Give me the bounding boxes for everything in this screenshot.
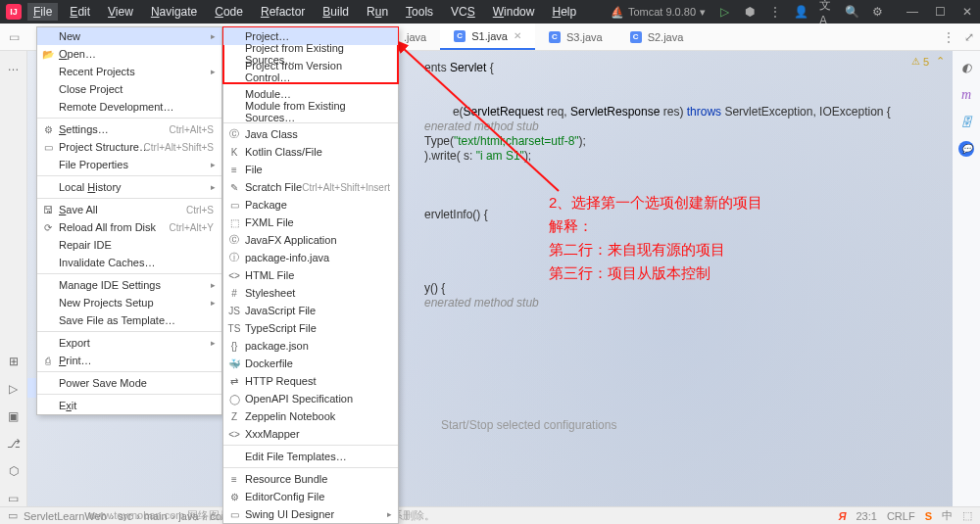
bookmarks-icon[interactable]: …: [6, 59, 22, 74]
menu-file[interactable]: File: [27, 3, 58, 21]
menu-tools[interactable]: Tools: [400, 3, 439, 21]
close-tab-icon[interactable]: ✕: [514, 30, 521, 41]
status-icon[interactable]: ▭: [8, 509, 18, 522]
menu-help[interactable]: Help: [546, 3, 582, 21]
new-item-swing-ui-designer[interactable]: ▭Swing UI Designer▸: [223, 505, 398, 523]
new-item-editorconfig-file[interactable]: ⚙EditorConfig File: [223, 488, 398, 505]
menu-item-repair-ide[interactable]: Repair IDE: [37, 236, 221, 254]
menu-item-invalidate-caches-[interactable]: Invalidate Caches…: [37, 254, 221, 271]
new-item-typescript-file[interactable]: TSTypeScript File: [223, 319, 398, 337]
menu-item-exit[interactable]: Exit: [37, 397, 221, 414]
new-item-package-info-java[interactable]: ⓘpackage-info.java: [223, 249, 398, 266]
new-item-xxxmapper[interactable]: <>XxxMapper: [223, 425, 398, 443]
new-item-zeppelin-notebook[interactable]: ZZeppelin Notebook: [223, 407, 398, 425]
tab-options-icon[interactable]: ⋮: [943, 30, 955, 44]
menu-item-reload-all-from-disk[interactable]: ⟳Reload All from DiskCtrl+Alt+Y: [37, 218, 221, 236]
problems-icon[interactable]: ⬡: [6, 463, 22, 479]
new-item-scratch-file[interactable]: ✎Scratch FileCtrl+Alt+Shift+Insert: [223, 178, 398, 196]
project-toggle-icon[interactable]: ▭: [6, 29, 22, 45]
menu-item-close-project[interactable]: Close Project: [37, 80, 221, 98]
menu-item-remote-development-[interactable]: Remote Development…: [37, 98, 221, 116]
menu-refactor[interactable]: Refactor: [255, 3, 311, 21]
menu-item-new[interactable]: New▸: [37, 27, 221, 45]
menu-item-manage-ide-settings[interactable]: Manage IDE Settings▸: [37, 276, 221, 294]
new-item-javafx-application[interactable]: ⒸJavaFX Application: [223, 231, 398, 249]
problems-badge[interactable]: 5⌃: [911, 55, 945, 68]
new-item-html-file[interactable]: <>HTML File: [223, 266, 398, 284]
menu-row-icon: ⚙: [41, 124, 55, 135]
extra-icon[interactable]: ⬚: [962, 509, 972, 522]
close-window-button[interactable]: ✕: [960, 5, 974, 19]
structure-icon[interactable]: ⊞: [6, 354, 22, 369]
menu-run[interactable]: Run: [361, 3, 394, 21]
menu-navigate[interactable]: Navigate: [145, 3, 203, 21]
ai-icon[interactable]: ◐: [957, 59, 975, 76]
menu-item-project-structure-[interactable]: ▭Project Structure…Ctrl+Alt+Shift+S: [37, 138, 221, 156]
maven-icon[interactable]: m: [957, 86, 975, 104]
new-item-kotlin-class-file[interactable]: KKotlin Class/File: [223, 143, 398, 161]
search-icon[interactable]: 🔍: [845, 5, 858, 19]
menu-code[interactable]: Code: [209, 3, 249, 21]
menu-edit[interactable]: Edit: [64, 3, 96, 21]
menu-item-save-all[interactable]: 🖫Save AllCtrl+S: [37, 201, 221, 218]
database-icon[interactable]: 🗄: [957, 114, 975, 131]
maximize-button[interactable]: ☐: [933, 5, 947, 19]
menu-item-export[interactable]: Export▸: [37, 334, 221, 352]
menu-row-icon: ◯: [227, 394, 241, 405]
new-item-package[interactable]: ▭Package: [223, 196, 398, 214]
menu-view[interactable]: View: [102, 3, 139, 21]
new-item-resource-bundle[interactable]: ≡Resource Bundle: [223, 470, 398, 488]
new-item-java-class[interactable]: ⒸJava Class: [223, 125, 398, 143]
settings-icon[interactable]: ⚙: [870, 5, 884, 19]
yandex-icon[interactable]: Я: [838, 510, 846, 522]
new-item-package-json[interactable]: {}package.json: [223, 337, 398, 355]
new-item-fxml-file[interactable]: ⬚FXML File: [223, 214, 398, 231]
sogou-icon[interactable]: S: [925, 510, 932, 522]
submenu-arrow-icon: ▸: [211, 338, 216, 348]
new-item-javascript-file[interactable]: JSJavaScript File: [223, 302, 398, 319]
new-item-module-from-existing-sources-[interactable]: Module from Existing Sources…: [223, 103, 398, 120]
new-item-project-from-version-control-[interactable]: Project from Version Control…: [223, 63, 398, 80]
menu-item-save-file-as-template-[interactable]: Save File as Template…: [37, 311, 221, 329]
menu-item-local-history[interactable]: Local History▸: [37, 178, 221, 196]
services-icon[interactable]: ▷: [6, 381, 22, 397]
menu-item-new-projects-setup[interactable]: New Projects Setup▸: [37, 294, 221, 311]
ime-status[interactable]: 中: [942, 508, 953, 523]
submenu-arrow-icon: ▸: [211, 67, 216, 76]
new-item-edit-file-templates-[interactable]: Edit File Templates…: [223, 448, 398, 465]
menu-row-icon: ⬚: [227, 217, 241, 228]
tomcat-icon: ⛵: [611, 6, 624, 19]
tab-s3[interactable]: C S3.java: [535, 24, 616, 50]
translate-icon[interactable]: 文A: [819, 5, 833, 19]
run-config-selector[interactable]: ⛵ Tomcat 9.0.80 ▾: [611, 6, 706, 19]
menu-item-open-[interactable]: 📂Open…: [37, 45, 221, 63]
tab-s1[interactable]: C S1.java ✕: [440, 24, 535, 50]
new-item-stylesheet[interactable]: #Stylesheet: [223, 284, 398, 302]
menu-vcs[interactable]: VCS: [445, 3, 481, 21]
new-item-openapi-specification[interactable]: ◯OpenAPI Specification: [223, 390, 398, 407]
tab-s2[interactable]: C S2.java: [616, 24, 698, 50]
chevron-icon: ⌃: [936, 55, 945, 68]
new-item-dockerfile[interactable]: 🐳Dockerfile: [223, 355, 398, 372]
terminal-icon[interactable]: ▣: [6, 408, 22, 424]
menu-item-file-properties[interactable]: File Properties▸: [37, 156, 221, 173]
expand-icon[interactable]: ⤢: [964, 30, 974, 44]
line-ending[interactable]: CRLF: [887, 510, 915, 522]
menu-window[interactable]: Window: [487, 3, 541, 21]
more-actions-icon[interactable]: ⋮: [768, 5, 782, 19]
new-item-file[interactable]: ≡File: [223, 161, 398, 178]
user-icon[interactable]: 👤: [794, 5, 808, 19]
cursor-position[interactable]: 23:1: [857, 510, 877, 522]
build-icon[interactable]: ▭: [6, 491, 22, 506]
menu-item-print-[interactable]: ⎙Print…: [37, 352, 221, 369]
git-icon[interactable]: ⎇: [6, 436, 22, 452]
menu-item-recent-projects[interactable]: Recent Projects▸: [37, 63, 221, 80]
menu-item-settings-[interactable]: ⚙Settings…Ctrl+Alt+S: [37, 120, 221, 138]
menu-build[interactable]: Build: [317, 3, 355, 21]
assistant-icon[interactable]: 💬: [958, 141, 974, 157]
menu-item-power-save-mode[interactable]: Power Save Mode: [37, 374, 221, 392]
debug-button[interactable]: ⬢: [743, 5, 757, 19]
run-button[interactable]: ▷: [717, 5, 731, 19]
new-item-http-request[interactable]: ⇄HTTP Request: [223, 372, 398, 390]
minimize-button[interactable]: —: [906, 5, 919, 19]
